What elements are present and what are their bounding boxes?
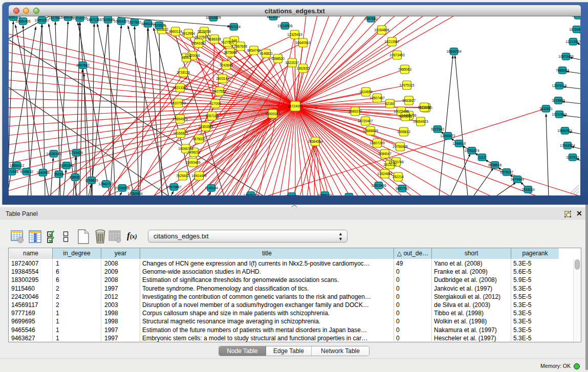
svg-text:24055726: 24055726 <box>9 16 21 19</box>
svg-text:546: 546 <box>231 39 237 42</box>
svg-text:16648784: 16648784 <box>446 50 462 53</box>
svg-text:9242848: 9242848 <box>220 63 233 67</box>
svg-text:93975887: 93975887 <box>166 185 182 189</box>
svg-text:12942737: 12942737 <box>98 182 114 186</box>
svg-text:10654112: 10654112 <box>10 164 25 167</box>
svg-text:1498222: 1498222 <box>187 150 201 154</box>
svg-text:8186328: 8186328 <box>208 37 221 41</box>
svg-text:8813054: 8813054 <box>267 16 280 18</box>
svg-text:1167531: 1167531 <box>566 156 579 159</box>
svg-text:15751074: 15751074 <box>464 149 480 152</box>
svg-text:1588520: 1588520 <box>271 57 285 60</box>
svg-text:1640954: 1640954 <box>36 171 50 174</box>
svg-text:417006: 417006 <box>210 102 221 105</box>
svg-text:1156829: 1156829 <box>85 179 98 182</box>
svg-text:2367608: 2367608 <box>234 45 247 48</box>
svg-text:1244419: 1244419 <box>452 142 466 145</box>
svg-text:15900243: 15900243 <box>265 112 280 116</box>
svg-text:10210643: 10210643 <box>552 113 567 116</box>
svg-text:7515526: 7515526 <box>153 24 166 27</box>
svg-text:9227342: 9227342 <box>431 127 444 131</box>
svg-text:19166825: 19166825 <box>173 132 188 135</box>
svg-text:8322037: 8322037 <box>286 61 299 64</box>
svg-text:16543362: 16543362 <box>191 41 206 45</box>
svg-text:7857224: 7857224 <box>227 25 241 29</box>
svg-text:10853267: 10853267 <box>114 19 129 23</box>
svg-text:19218506: 19218506 <box>277 24 293 28</box>
svg-text:10154808: 10154808 <box>374 28 389 32</box>
svg-text:7632621: 7632621 <box>539 107 553 111</box>
svg-text:1527602: 1527602 <box>128 20 141 24</box>
svg-text:8454749: 8454749 <box>247 49 260 52</box>
svg-text:10653267: 10653267 <box>34 18 50 22</box>
svg-text:10719155: 10719155 <box>72 16 88 20</box>
svg-text:10507487: 10507487 <box>369 96 385 100</box>
svg-text:12213967: 12213967 <box>384 40 400 43</box>
svg-text:16782759: 16782759 <box>341 195 357 195</box>
svg-text:39159: 39159 <box>54 172 64 176</box>
svg-text:18724007: 18724007 <box>288 104 303 108</box>
svg-text:16033809: 16033809 <box>206 16 221 19</box>
svg-text:1621072: 1621072 <box>418 105 431 109</box>
svg-text:8471646: 8471646 <box>9 170 18 173</box>
svg-text:17359934: 17359934 <box>127 192 143 195</box>
svg-text:10688609: 10688609 <box>363 129 378 133</box>
svg-text:15692971: 15692971 <box>557 129 573 133</box>
svg-text:252214: 252214 <box>393 175 404 179</box>
svg-text:8427552: 8427552 <box>213 90 226 93</box>
svg-text:12505135: 12505135 <box>243 193 258 195</box>
svg-text:62160: 62160 <box>385 102 395 105</box>
svg-text:9474444: 9474444 <box>511 178 524 181</box>
svg-text:1615132: 1615132 <box>383 163 397 166</box>
svg-text:2718126: 2718126 <box>177 71 190 74</box>
svg-text:7485063: 7485063 <box>398 68 411 71</box>
svg-text:98901: 98901 <box>182 56 191 59</box>
svg-text:16671355: 16671355 <box>86 18 102 21</box>
svg-text:8938918: 8938918 <box>488 163 502 167</box>
svg-text:9245632: 9245632 <box>20 170 33 173</box>
svg-text:3875685: 3875685 <box>224 51 237 54</box>
svg-text:10025438: 10025438 <box>394 110 409 113</box>
svg-text:12213383: 12213383 <box>172 86 188 90</box>
svg-text:1733426: 1733426 <box>70 151 83 155</box>
svg-text:7485063: 7485063 <box>556 69 569 72</box>
svg-text:12975115: 12975115 <box>552 84 567 87</box>
svg-text:10973493: 10973493 <box>558 55 574 58</box>
svg-text:12093872: 12093872 <box>440 134 455 138</box>
svg-text:9146821: 9146821 <box>259 52 273 55</box>
svg-text:12213967: 12213967 <box>565 40 580 43</box>
svg-text:7625402: 7625402 <box>176 174 189 178</box>
svg-text:1527602: 1527602 <box>49 16 62 19</box>
svg-text:16046788: 16046788 <box>178 147 193 150</box>
svg-text:2986372: 2986372 <box>349 110 362 113</box>
svg-text:9457791: 9457791 <box>396 187 409 190</box>
svg-text:20206536: 20206536 <box>115 186 130 190</box>
svg-text:2087682: 2087682 <box>364 17 378 20</box>
svg-text:1595812: 1595812 <box>397 130 410 134</box>
svg-text:19384554: 19384554 <box>308 140 323 143</box>
svg-text:2803144: 2803144 <box>216 77 229 80</box>
svg-text:17957255: 17957255 <box>284 194 299 195</box>
svg-text:16154808: 16154808 <box>569 28 580 31</box>
svg-text:14353584: 14353584 <box>198 125 213 128</box>
svg-text:3267110: 3267110 <box>205 114 219 118</box>
svg-text:10973493: 10973493 <box>389 53 405 57</box>
svg-text:5878332: 5878332 <box>192 137 206 141</box>
svg-text:5226058: 5226058 <box>198 30 211 33</box>
svg-text:9463627: 9463627 <box>402 99 416 102</box>
svg-text:9127503: 9127503 <box>195 35 208 39</box>
svg-text:6379197: 6379197 <box>500 170 513 174</box>
svg-text:12975115: 12975115 <box>400 83 415 87</box>
svg-text:7515526: 7515526 <box>101 18 115 21</box>
svg-text:14136141: 14136141 <box>46 152 61 156</box>
svg-text:9084047: 9084047 <box>378 152 391 156</box>
svg-text:8960124: 8960124 <box>169 30 182 33</box>
svg-text:12325419: 12325419 <box>287 33 302 36</box>
svg-text:16914479: 16914479 <box>191 174 207 178</box>
svg-text:20756928: 20756928 <box>393 145 408 148</box>
svg-text:835061: 835061 <box>70 176 81 179</box>
svg-text:1362615: 1362615 <box>296 67 310 70</box>
svg-text:16107553: 16107553 <box>170 101 186 105</box>
svg-text:9899695: 9899695 <box>399 115 412 118</box>
svg-text:16640910: 16640910 <box>295 41 311 45</box>
